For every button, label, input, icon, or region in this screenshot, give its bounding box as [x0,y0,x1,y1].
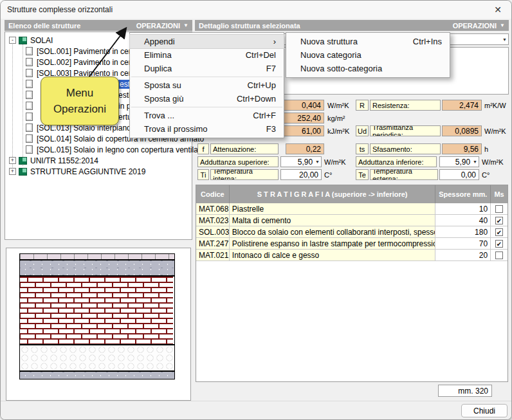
layer-drawing [19,253,175,379]
tree-item-label: STRUTTURE AGGIUNTIVE 2019 [30,167,145,176]
tree-item[interactable]: +UNI/TR 11552:2014 [9,155,98,166]
sfasamento-prefix: ts [356,143,369,154]
menu-item-label: Duplica [144,64,172,73]
adduttanza-inferiore-unit: W/m²K [482,156,504,167]
tree-item[interactable]: [SOL.015] Solaio in legno con copertura … [26,144,205,155]
temperatura-interna-label: Temperatura interna: [210,169,279,180]
tree-item-label: SOLAI [30,36,53,45]
menu-item-shortcut: Ctrl+Del [246,50,276,60]
layer-polistirene [20,345,174,372]
table-header-codice: Codice [196,185,230,203]
structure-icon [26,145,33,154]
table-header-ms: Ms [491,185,507,203]
tree-item[interactable]: +STRUTTURE AGGIUNTIVE 2019 [9,166,145,177]
menu-item-shortcut: F7 [266,64,276,73]
capacita-value: 61,00 [279,125,324,136]
cell-codice: MAT.021 [196,250,230,260]
table-header-row: Codice S T R A T I G R A F I A (superior… [196,185,507,203]
cell-codice: MAT.247 [196,238,230,249]
menu-item-trova[interactable]: Trova ...Ctrl+F [130,109,284,122]
menu-item-label: Nuova sotto-categoria [300,64,382,73]
attenuazione-prefix: f [197,143,209,154]
cell-ms: ✔ [491,215,507,226]
structure-icon [26,80,33,88]
cell-descrizione: Piastrelle [230,203,436,214]
left-operations-button[interactable]: OPERAZIONI ▼ [136,22,188,30]
tree-connector [12,39,13,172]
menu-item-duplica[interactable]: DuplicaF7 [130,62,284,75]
cell-descrizione: Polistirene espanso in lastre stampate p… [230,238,436,249]
menu-item-appendi[interactable]: Appendi› [130,35,284,48]
checkbox-unchecked[interactable] [495,205,503,213]
layer-piastrelle [20,254,174,260]
adduttanza-inferiore-select[interactable]: 5,90 ▼ [439,156,479,167]
collapse-icon[interactable]: - [9,37,16,44]
table-header-spessore: Spessore mm. [435,185,491,203]
chevron-down-icon: ▼ [500,23,505,28]
checkbox-checked[interactable]: ✔ [495,228,503,236]
capacita-unit: kJ/m²K [327,125,349,136]
chevron-down-icon: ▼ [183,23,188,28]
chevron-down-icon: ▼ [473,160,477,164]
close-icon[interactable]: ✕ [491,5,505,15]
trasmittanza-periodica-label: Trasmittanza periodica: [370,125,441,136]
tree-item[interactable]: [SOL.001] Pavimento in cera [26,46,135,57]
menu-item-shortcut: Ctrl+Down [237,94,276,104]
total-thickness: mm. 320 [438,385,492,397]
checkbox-checked[interactable]: ✔ [495,217,503,224]
stratigraphy-preview [6,248,191,401]
dialog-strutture-complesse: Strutture complesse orizzontali ✕ Elenco… [0,0,512,420]
tree-item-label: [SOL.002] Pavimento in cera [37,58,135,67]
attenuazione-value: 0,22 [286,143,324,154]
temperatura-esterna-input[interactable]: 0,00 [439,169,479,180]
window-title: Strutture complesse orizzontali [7,5,113,14]
tree-item[interactable]: -SOLAI [9,35,53,46]
adduttanza-inferiore-label: Adduttanza inferiore: [356,156,437,167]
temperatura-interna-input[interactable]: 20,00 [280,169,322,180]
submenu-arrow-icon: › [273,37,276,46]
cell-spessore: 20 [435,250,491,260]
right-operations-button[interactable]: OPERAZIONI ▼ [453,22,505,30]
menu-item-nuova-struttura[interactable]: Nuova strutturaCtrl+Ins [286,35,450,48]
callout-line2: Operazioni [53,101,106,118]
tree-item-label: [SOL.001] Pavimento in cera [37,47,135,56]
massa-unit: kg/m² [327,113,345,123]
table-row[interactable]: MAT.247Polistirene espanso in lastre sta… [196,238,507,250]
menu-item-label: Sposta giù [144,94,183,104]
menu-item-label: Trova il prossimo [144,124,207,134]
table-row[interactable]: MAT.023Malta di cemento40✔ [196,215,507,226]
table-row[interactable]: SOL.003Blocco da solaio con elementi col… [196,226,507,238]
bottom-bar [1,401,511,420]
cell-spessore: 10 [435,203,491,214]
tree-item[interactable]: [SOL.002] Pavimento in cera [26,57,135,68]
menu-item-sposta-gi[interactable]: Sposta giùCtrl+Down [130,92,284,105]
resistenza-label: Resistenza: [370,100,441,111]
cell-ms: ✔ [491,238,507,249]
menu-item-label: Nuova struttura [300,37,358,46]
temperatura-esterna-unit: C° [482,169,489,180]
expand-icon[interactable]: + [9,157,16,164]
layer-blocco-solaio [20,277,174,345]
checkbox-checked[interactable]: ✔ [495,240,503,248]
sfasamento-value: 9,56 [442,143,482,154]
menu-separator [131,77,282,77]
table-row[interactable]: MAT.021Intonaco di calce e gesso20 [196,250,507,261]
structure-icon [26,113,33,121]
adduttanza-superiore-label: Adduttanza superiore: [197,156,279,167]
appendi-submenu: Nuova strutturaCtrl+InsNuova categoriaNu… [286,32,450,78]
menu-item-trova-il-prossimo[interactable]: Trova il prossimoF3 [130,122,284,136]
menu-item-sposta-su[interactable]: Sposta suCtrl+Up [130,78,284,92]
close-button[interactable]: Chiudi [461,404,507,417]
resistenza-prefix: R [356,100,369,111]
callout-line1: Menu [66,85,94,102]
menu-item-nuova-sotto-categoria[interactable]: Nuova sotto-categoria [286,62,450,75]
adduttanza-superiore-select[interactable]: 5,90 ▼ [280,156,322,167]
menu-item-elimina[interactable]: EliminaCtrl+Del [130,48,284,62]
massa-value: 252,40 [279,113,324,123]
resistenza-unit: m²K/W [484,100,506,111]
checkbox-unchecked[interactable] [495,251,503,259]
operations-menu: Appendi›EliminaCtrl+DelDuplicaF7Sposta s… [129,32,284,138]
menu-item-nuova-categoria[interactable]: Nuova categoria [286,48,450,62]
expand-icon[interactable]: + [9,168,16,175]
table-row[interactable]: MAT.068Piastrelle10 [196,203,507,215]
